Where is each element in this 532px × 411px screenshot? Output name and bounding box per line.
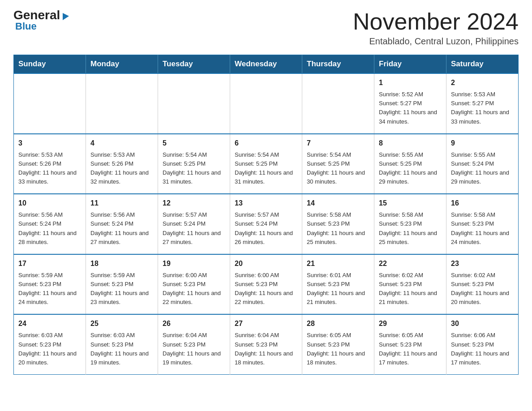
day-cell: 23Sunrise: 6:02 AM Sunset: 5:23 PM Dayli… bbox=[446, 254, 519, 315]
day-number: 26 bbox=[163, 318, 225, 329]
day-number: 18 bbox=[90, 258, 153, 269]
day-info: Sunrise: 5:55 AM Sunset: 5:25 PM Dayligh… bbox=[379, 150, 442, 187]
logo-blue: Blue bbox=[15, 21, 37, 32]
logo: General Blue bbox=[13, 9, 71, 32]
day-info: Sunrise: 5:58 AM Sunset: 5:23 PM Dayligh… bbox=[451, 210, 514, 247]
day-number: 25 bbox=[90, 318, 153, 329]
day-info: Sunrise: 5:59 AM Sunset: 5:23 PM Dayligh… bbox=[90, 271, 153, 307]
header-day-tuesday: Tuesday bbox=[158, 55, 230, 74]
day-cell: 28Sunrise: 6:05 AM Sunset: 5:23 PM Dayli… bbox=[302, 314, 374, 374]
day-info: Sunrise: 6:05 AM Sunset: 5:23 PM Dayligh… bbox=[379, 331, 442, 367]
day-cell: 29Sunrise: 6:05 AM Sunset: 5:23 PM Dayli… bbox=[374, 314, 446, 374]
day-info: Sunrise: 6:02 AM Sunset: 5:23 PM Dayligh… bbox=[379, 271, 442, 307]
day-cell: 7Sunrise: 5:54 AM Sunset: 5:25 PM Daylig… bbox=[302, 134, 374, 194]
day-number: 22 bbox=[379, 258, 442, 269]
day-number: 3 bbox=[18, 138, 81, 149]
day-cell: 22Sunrise: 6:02 AM Sunset: 5:23 PM Dayli… bbox=[374, 254, 446, 315]
day-number: 24 bbox=[18, 318, 81, 329]
day-info: Sunrise: 5:54 AM Sunset: 5:25 PM Dayligh… bbox=[307, 150, 369, 187]
day-number: 2 bbox=[451, 77, 514, 88]
day-info: Sunrise: 6:06 AM Sunset: 5:23 PM Dayligh… bbox=[451, 331, 514, 367]
day-info: Sunrise: 6:00 AM Sunset: 5:23 PM Dayligh… bbox=[163, 271, 225, 307]
week-row-2: 3Sunrise: 5:53 AM Sunset: 5:26 PM Daylig… bbox=[14, 134, 519, 194]
day-number: 6 bbox=[235, 138, 297, 149]
day-cell: 30Sunrise: 6:06 AM Sunset: 5:23 PM Dayli… bbox=[446, 314, 519, 374]
day-cell: 5Sunrise: 5:54 AM Sunset: 5:25 PM Daylig… bbox=[158, 134, 230, 194]
day-info: Sunrise: 5:59 AM Sunset: 5:23 PM Dayligh… bbox=[18, 271, 81, 307]
day-number: 9 bbox=[451, 138, 514, 149]
day-number: 23 bbox=[451, 258, 514, 269]
page-header: General Blue November 2024 Entablado, Ce… bbox=[13, 9, 519, 47]
header-row: SundayMondayTuesdayWednesdayThursdayFrid… bbox=[14, 55, 519, 74]
day-cell: 24Sunrise: 6:03 AM Sunset: 5:23 PM Dayli… bbox=[14, 314, 86, 374]
day-number: 20 bbox=[235, 258, 297, 269]
day-cell: 26Sunrise: 6:04 AM Sunset: 5:23 PM Dayli… bbox=[158, 314, 230, 374]
day-number: 27 bbox=[235, 318, 297, 329]
day-number: 14 bbox=[307, 198, 369, 209]
title-block: November 2024 Entablado, Central Luzon, … bbox=[353, 9, 519, 47]
day-cell: 17Sunrise: 5:59 AM Sunset: 5:23 PM Dayli… bbox=[14, 254, 86, 315]
svg-marker-0 bbox=[63, 13, 69, 20]
day-number: 16 bbox=[451, 198, 514, 209]
day-number: 10 bbox=[18, 198, 81, 209]
logo-general: General bbox=[13, 9, 60, 21]
week-row-3: 10Sunrise: 5:56 AM Sunset: 5:24 PM Dayli… bbox=[14, 194, 519, 254]
day-info: Sunrise: 6:04 AM Sunset: 5:23 PM Dayligh… bbox=[235, 331, 297, 367]
day-info: Sunrise: 5:53 AM Sunset: 5:26 PM Dayligh… bbox=[18, 150, 81, 187]
day-cell: 27Sunrise: 6:04 AM Sunset: 5:23 PM Dayli… bbox=[230, 314, 302, 374]
day-info: Sunrise: 5:56 AM Sunset: 5:24 PM Dayligh… bbox=[18, 210, 81, 247]
day-cell: 20Sunrise: 6:00 AM Sunset: 5:23 PM Dayli… bbox=[230, 254, 302, 315]
day-cell: 4Sunrise: 5:53 AM Sunset: 5:26 PM Daylig… bbox=[86, 134, 158, 194]
header-day-thursday: Thursday bbox=[302, 55, 374, 74]
calendar-header: SundayMondayTuesdayWednesdayThursdayFrid… bbox=[14, 55, 519, 74]
day-cell: 6Sunrise: 5:54 AM Sunset: 5:25 PM Daylig… bbox=[230, 134, 302, 194]
day-info: Sunrise: 6:03 AM Sunset: 5:23 PM Dayligh… bbox=[90, 331, 153, 367]
header-day-wednesday: Wednesday bbox=[230, 55, 302, 74]
logo-triangle-icon bbox=[61, 11, 71, 21]
day-number: 5 bbox=[163, 138, 225, 149]
day-info: Sunrise: 5:58 AM Sunset: 5:23 PM Dayligh… bbox=[379, 210, 442, 247]
day-number: 8 bbox=[379, 138, 442, 149]
day-number: 1 bbox=[379, 77, 442, 88]
week-row-1: 1Sunrise: 5:52 AM Sunset: 5:27 PM Daylig… bbox=[14, 73, 519, 134]
day-number: 12 bbox=[163, 198, 225, 209]
day-cell bbox=[230, 73, 302, 134]
day-cell: 10Sunrise: 5:56 AM Sunset: 5:24 PM Dayli… bbox=[14, 194, 86, 254]
day-number: 13 bbox=[235, 198, 297, 209]
day-info: Sunrise: 6:05 AM Sunset: 5:23 PM Dayligh… bbox=[307, 331, 369, 367]
day-cell: 21Sunrise: 6:01 AM Sunset: 5:23 PM Dayli… bbox=[302, 254, 374, 315]
day-info: Sunrise: 5:57 AM Sunset: 5:24 PM Dayligh… bbox=[235, 210, 297, 247]
day-cell: 19Sunrise: 6:00 AM Sunset: 5:23 PM Dayli… bbox=[158, 254, 230, 315]
calendar-table: SundayMondayTuesdayWednesdayThursdayFrid… bbox=[13, 55, 519, 375]
day-info: Sunrise: 6:04 AM Sunset: 5:23 PM Dayligh… bbox=[163, 331, 225, 367]
day-number: 30 bbox=[451, 318, 514, 329]
day-info: Sunrise: 5:53 AM Sunset: 5:26 PM Dayligh… bbox=[90, 150, 153, 187]
day-number: 29 bbox=[379, 318, 442, 329]
header-day-saturday: Saturday bbox=[446, 55, 519, 74]
day-info: Sunrise: 6:02 AM Sunset: 5:23 PM Dayligh… bbox=[451, 271, 514, 307]
day-info: Sunrise: 5:57 AM Sunset: 5:24 PM Dayligh… bbox=[163, 210, 225, 247]
day-cell: 1Sunrise: 5:52 AM Sunset: 5:27 PM Daylig… bbox=[374, 73, 446, 134]
day-number: 11 bbox=[90, 198, 153, 209]
day-cell: 12Sunrise: 5:57 AM Sunset: 5:24 PM Dayli… bbox=[158, 194, 230, 254]
subtitle: Entablado, Central Luzon, Philippines bbox=[353, 36, 519, 47]
day-info: Sunrise: 5:52 AM Sunset: 5:27 PM Dayligh… bbox=[379, 90, 442, 126]
day-info: Sunrise: 5:55 AM Sunset: 5:24 PM Dayligh… bbox=[451, 150, 514, 187]
week-row-4: 17Sunrise: 5:59 AM Sunset: 5:23 PM Dayli… bbox=[14, 254, 519, 315]
day-info: Sunrise: 6:00 AM Sunset: 5:23 PM Dayligh… bbox=[235, 271, 297, 307]
page-title: November 2024 bbox=[353, 9, 519, 34]
day-info: Sunrise: 5:58 AM Sunset: 5:23 PM Dayligh… bbox=[307, 210, 369, 247]
day-number: 17 bbox=[18, 258, 81, 269]
week-row-5: 24Sunrise: 6:03 AM Sunset: 5:23 PM Dayli… bbox=[14, 314, 519, 374]
day-number: 19 bbox=[163, 258, 225, 269]
day-info: Sunrise: 6:03 AM Sunset: 5:23 PM Dayligh… bbox=[18, 331, 81, 367]
day-cell: 16Sunrise: 5:58 AM Sunset: 5:23 PM Dayli… bbox=[446, 194, 519, 254]
day-cell: 13Sunrise: 5:57 AM Sunset: 5:24 PM Dayli… bbox=[230, 194, 302, 254]
header-day-friday: Friday bbox=[374, 55, 446, 74]
day-cell: 8Sunrise: 5:55 AM Sunset: 5:25 PM Daylig… bbox=[374, 134, 446, 194]
header-day-sunday: Sunday bbox=[14, 55, 86, 74]
day-info: Sunrise: 6:01 AM Sunset: 5:23 PM Dayligh… bbox=[307, 271, 369, 307]
day-cell: 15Sunrise: 5:58 AM Sunset: 5:23 PM Dayli… bbox=[374, 194, 446, 254]
day-cell bbox=[302, 73, 374, 134]
day-info: Sunrise: 5:54 AM Sunset: 5:25 PM Dayligh… bbox=[235, 150, 297, 187]
